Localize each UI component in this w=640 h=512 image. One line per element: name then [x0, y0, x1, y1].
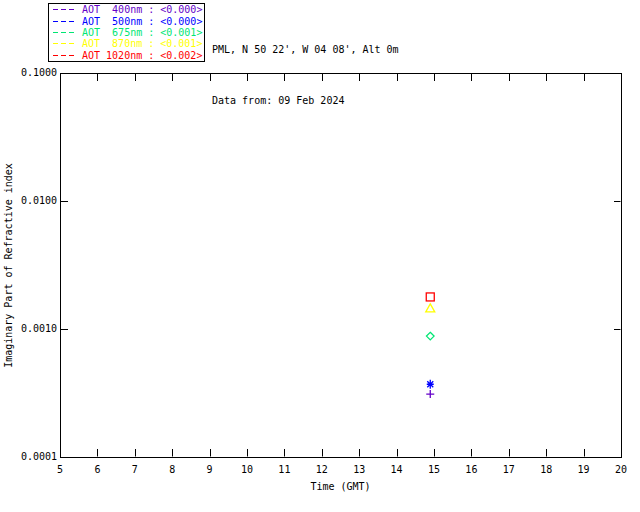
x-tick-label: 16: [456, 464, 486, 476]
y-tick-label: 0.0010: [13, 323, 57, 335]
x-tick-label: 12: [307, 464, 337, 476]
y-tick-label: 0.0100: [13, 195, 57, 207]
x-tick-label: 20: [606, 464, 636, 476]
y-tick-label: 0.0001: [13, 451, 57, 463]
x-tick-label: 14: [382, 464, 412, 476]
data-point-diamond: [426, 332, 434, 340]
x-tick-label: 18: [531, 464, 561, 476]
x-tick-label: 10: [232, 464, 262, 476]
data-point-plus: [426, 390, 434, 398]
x-tick-label: 7: [120, 464, 150, 476]
x-tick-label: 6: [82, 464, 112, 476]
data-point-asterisk: [427, 380, 434, 389]
y-tick-label: 0.1000: [13, 67, 57, 79]
x-tick-label: 5: [45, 464, 75, 476]
x-tick-label: 8: [157, 464, 187, 476]
x-tick-label: 17: [494, 464, 524, 476]
chart-canvas: [0, 0, 640, 512]
x-tick-label: 9: [195, 464, 225, 476]
aot-refractive-index-plot: AOT 400nm : <0.000> AOT 500nm : <0.000> …: [0, 0, 640, 512]
x-tick-label: 13: [344, 464, 374, 476]
plot-frame: [61, 74, 622, 458]
x-tick-label: 11: [269, 464, 299, 476]
x-tick-label: 19: [569, 464, 599, 476]
x-tick-label: 15: [419, 464, 449, 476]
data-point-triangle: [426, 304, 435, 312]
data-point-square: [426, 293, 434, 301]
